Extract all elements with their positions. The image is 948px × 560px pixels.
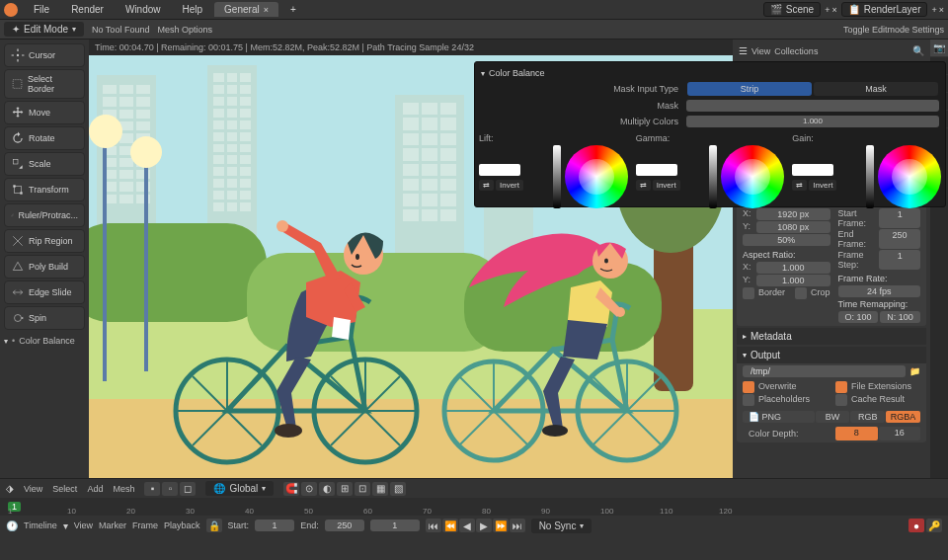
format-rgb[interactable]: RGB	[850, 411, 885, 423]
mode-selector[interactable]: ✦ Edit Mode ▾	[4, 22, 84, 37]
lock-icon[interactable]: 🔒	[206, 519, 222, 532]
gamma-value-slider[interactable]	[709, 145, 717, 208]
tool-cursor[interactable]: Cursor	[4, 43, 85, 67]
mask-strip-toggle[interactable]: Strip	[687, 82, 812, 96]
menu-file[interactable]: File	[24, 2, 59, 17]
aspect-x[interactable]: 1.000	[756, 262, 830, 274]
tool-transform[interactable]: Transform	[4, 178, 85, 201]
lift-color[interactable]	[479, 164, 520, 176]
close-icon[interactable]: ×	[264, 5, 269, 15]
output-path[interactable]: /tmp/	[743, 365, 906, 377]
jump-start-icon[interactable]: ⏮	[426, 519, 441, 532]
depth-16[interactable]: 16	[879, 427, 921, 440]
workspace-tab-general[interactable]: General ×	[214, 2, 278, 17]
gain-value-slider[interactable]	[866, 145, 874, 208]
mask-slider[interactable]	[686, 100, 939, 112]
next-key-icon[interactable]: ⏩	[493, 519, 509, 532]
editor-type-icon[interactable]: ⬗	[6, 483, 14, 494]
lift-value-slider[interactable]	[553, 145, 561, 208]
output-header[interactable]: ▾Output	[737, 347, 926, 363]
autokey-icon[interactable]: ●	[908, 519, 924, 532]
lift-invert[interactable]: Invert	[496, 180, 523, 191]
timeline-current[interactable]: 1	[370, 520, 420, 531]
frame-step[interactable]: 1	[879, 250, 920, 270]
format-png[interactable]: 📄 PNG	[743, 411, 815, 423]
tool-select-border[interactable]: Select Border	[4, 69, 85, 99]
depth-8[interactable]: 8	[835, 427, 878, 440]
snap-icon[interactable]: 🧲	[283, 482, 299, 496]
tool-ruler[interactable]: Ruler/Protrac...	[4, 203, 85, 227]
mesh-menu[interactable]: Mesh	[113, 484, 134, 494]
tool-rotate[interactable]: Rotate	[4, 126, 85, 150]
layer-add[interactable]: +	[931, 5, 936, 15]
view-menu[interactable]: View	[24, 484, 42, 494]
timeline-options-icon[interactable]: ▾	[63, 520, 68, 531]
select-menu[interactable]: Select	[52, 484, 77, 494]
play-rev-icon[interactable]: ◀	[459, 519, 475, 532]
overlay-1-icon[interactable]: ◐	[319, 482, 335, 496]
tool-scale[interactable]: Scale	[4, 152, 85, 176]
tool-edge-slide[interactable]: Edge Slide	[4, 280, 85, 304]
placeholder-check[interactable]	[743, 394, 754, 406]
outliner-view[interactable]: View	[751, 46, 770, 56]
tool-poly-build[interactable]: Poly Build	[4, 255, 85, 279]
add-workspace-button[interactable]: +	[280, 2, 306, 17]
scene-remove[interactable]: ×	[831, 5, 836, 15]
frame-ruler[interactable]: 1 1102030405060708090100110120	[0, 498, 948, 516]
format-rgba[interactable]: RGBA	[886, 411, 920, 423]
search-icon[interactable]: 🔍	[912, 45, 924, 56]
multiply-slider[interactable]: 1.000	[686, 116, 939, 127]
overlay-2-icon[interactable]: ⊞	[337, 482, 353, 496]
overwrite-check[interactable]	[743, 381, 754, 393]
fileext-check[interactable]	[835, 381, 847, 393]
sel-mode-1[interactable]: ▪	[144, 482, 160, 496]
play-icon[interactable]: ▶	[476, 519, 492, 532]
outliner-collections[interactable]: Collections	[774, 46, 818, 56]
timeline-view[interactable]: View	[74, 520, 93, 530]
sel-mode-3[interactable]: ◻	[180, 482, 196, 496]
orientation[interactable]: 🌐Global▾	[205, 481, 274, 496]
scene-selector[interactable]: 🎬 Scene	[763, 2, 821, 17]
toggle-editmode-label[interactable]: Toggle Editmode Settings	[843, 25, 944, 35]
fps[interactable]: 24 fps	[838, 285, 920, 297]
folder-icon[interactable]: 📁	[909, 366, 920, 376]
overlay-4-icon[interactable]: ▦	[372, 482, 388, 496]
timeline-playback[interactable]: Playback	[164, 520, 200, 530]
keying-set-icon[interactable]: 🔑	[926, 519, 942, 532]
res-y[interactable]: 1080 px	[756, 221, 830, 233]
gamma-wheel[interactable]	[721, 145, 784, 208]
cache-check[interactable]	[835, 394, 847, 406]
res-pct[interactable]: 50%	[743, 234, 830, 246]
prev-key-icon[interactable]: ⏪	[442, 519, 458, 532]
tool-rip-region[interactable]: Rip Region	[4, 229, 85, 253]
gain-swap-icon[interactable]: ⇄	[792, 180, 807, 191]
timeline-editor-icon[interactable]: 🕐	[6, 520, 18, 531]
mask-mask-toggle[interactable]: Mask	[814, 82, 938, 96]
crop-check[interactable]	[795, 287, 807, 299]
overlay-3-icon[interactable]: ⊡	[355, 482, 370, 496]
end-frame[interactable]: 250	[879, 229, 920, 249]
scene-add[interactable]: +	[825, 5, 830, 15]
menu-help[interactable]: Help	[173, 2, 213, 17]
cb-collapse-icon[interactable]: ▾	[481, 69, 485, 78]
aspect-y[interactable]: 1.000	[756, 275, 830, 286]
timeline-frame[interactable]: Frame	[132, 520, 158, 530]
sync-mode[interactable]: No Sync▾	[531, 519, 592, 533]
overlay-5-icon[interactable]: ▧	[390, 482, 406, 496]
renderlayer-selector[interactable]: 📋 RenderLayer	[841, 2, 928, 17]
sel-mode-2[interactable]: ▫	[162, 482, 178, 496]
format-bw[interactable]: BW	[816, 411, 850, 423]
menu-window[interactable]: Window	[116, 2, 171, 17]
metadata-header[interactable]: ▸Metadata	[737, 328, 926, 345]
timeline-marker[interactable]: Marker	[99, 520, 126, 530]
timeline-start[interactable]: 1	[255, 520, 294, 531]
jump-end-icon[interactable]: ⏭	[510, 519, 525, 532]
lift-swap-icon[interactable]: ⇄	[479, 180, 494, 191]
gamma-invert[interactable]: Invert	[653, 180, 680, 191]
mesh-options-label[interactable]: Mesh Options	[157, 25, 212, 35]
tab-render-icon[interactable]: 📷	[930, 40, 948, 57]
tool-move[interactable]: Move	[4, 101, 85, 124]
add-menu[interactable]: Add	[87, 484, 103, 494]
timeline-end[interactable]: 250	[325, 520, 364, 531]
lift-wheel[interactable]	[565, 145, 628, 208]
